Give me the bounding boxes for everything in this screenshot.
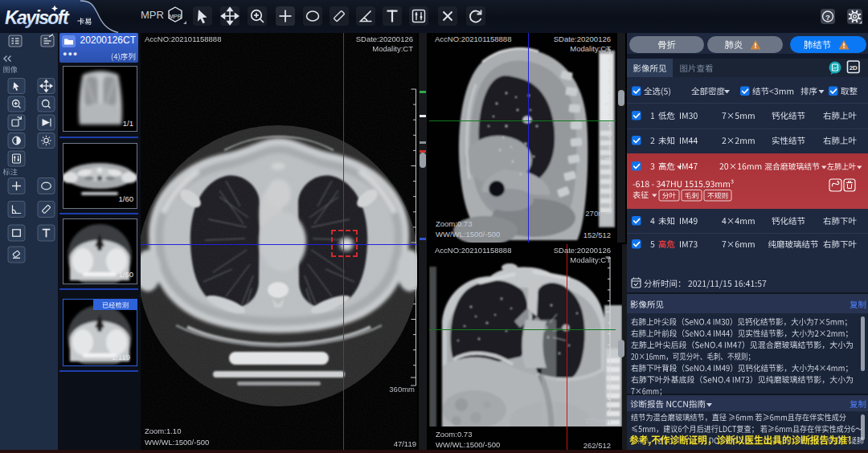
svg-text:MPR: MPR	[169, 14, 182, 19]
svg-text:?: ?	[825, 13, 830, 22]
